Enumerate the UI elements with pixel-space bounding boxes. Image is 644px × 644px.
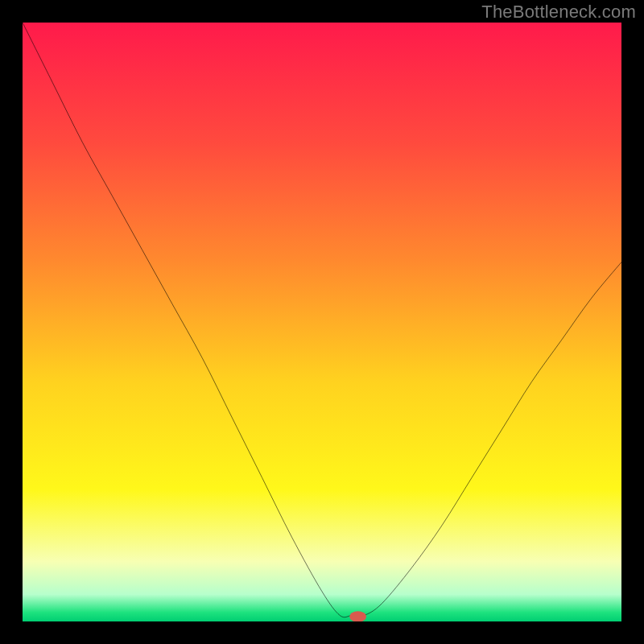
chart-svg: [23, 23, 621, 621]
watermark-text: TheBottleneck.com: [481, 2, 636, 23]
chart-frame: TheBottleneck.com: [0, 0, 644, 644]
chart-background: [23, 23, 621, 621]
plot-area: [23, 23, 621, 621]
